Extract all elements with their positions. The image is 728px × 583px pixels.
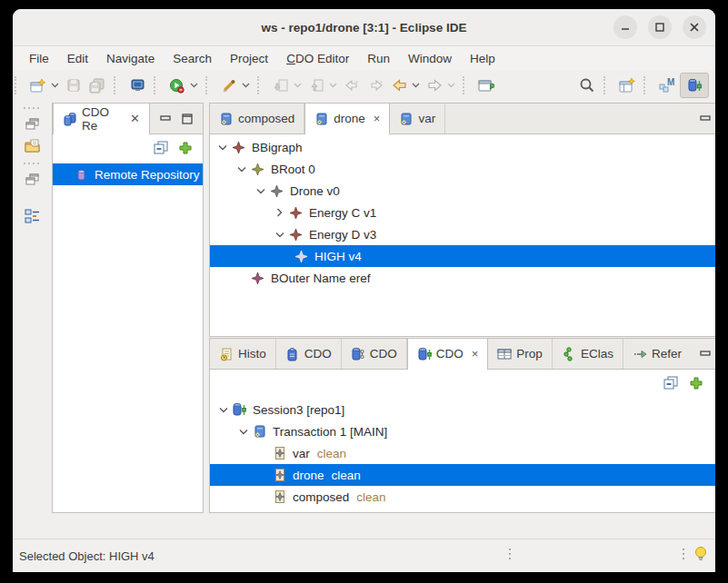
tree-item-session3[interactable]: Session3 [repo1] bbox=[210, 399, 715, 420]
minimize-view-button[interactable] bbox=[700, 348, 713, 361]
import-button[interactable] bbox=[270, 74, 292, 96]
open-perspective-button[interactable] bbox=[616, 74, 638, 96]
forward-button[interactable] bbox=[424, 74, 445, 96]
chevron-down-icon[interactable] bbox=[214, 407, 232, 413]
run-dropdown[interactable] bbox=[189, 74, 199, 96]
chevron-down-icon[interactable] bbox=[214, 144, 231, 151]
tree-item-remote-repository[interactable]: Remote Repository bbox=[53, 163, 203, 185]
project-folder-icon[interactable] bbox=[25, 139, 41, 153]
tree-item-composed[interactable]: composed clean bbox=[210, 486, 715, 508]
tab-properties[interactable]: Prop bbox=[488, 339, 553, 369]
next-edit-location-button[interactable] bbox=[364, 74, 386, 96]
run-button[interactable] bbox=[166, 74, 188, 96]
cdo-sessions-view-icon bbox=[417, 347, 432, 361]
cdo-sessions-perspective-button[interactable] bbox=[680, 73, 709, 98]
tab-history[interactable]: Histo bbox=[210, 339, 276, 369]
restore-view-icon[interactable] bbox=[25, 118, 40, 131]
minimize-view-button[interactable] bbox=[159, 113, 172, 125]
chevron-right-icon[interactable] bbox=[271, 208, 288, 217]
tab-cdo-branches-view[interactable]: CDO bbox=[342, 339, 407, 369]
tree-item-drone-v0[interactable]: Drone v0 bbox=[210, 180, 715, 202]
emf-object-icon bbox=[269, 183, 284, 198]
menu-edit[interactable]: Edit bbox=[58, 49, 97, 68]
tips-button[interactable] bbox=[693, 545, 708, 567]
tree-item-transaction1[interactable]: Transaction 1 [MAIN] bbox=[210, 420, 715, 442]
modeling-perspective-button[interactable]: M bbox=[656, 74, 678, 96]
tree-item-var[interactable]: var clean bbox=[210, 442, 715, 464]
menu-project[interactable]: Project bbox=[221, 49, 277, 68]
tab-eclass[interactable]: EClas bbox=[553, 339, 623, 369]
menu-bar: File Edit Navigate Search Project CDO Ed… bbox=[13, 46, 715, 70]
restore-view-icon[interactable] bbox=[25, 173, 40, 186]
chevron-down-icon[interactable] bbox=[252, 188, 269, 194]
tab-references[interactable]: Refer bbox=[623, 339, 691, 369]
menu-file[interactable]: File bbox=[20, 49, 58, 68]
tab-cdo-sessions-view[interactable]: CDO × bbox=[407, 339, 489, 370]
menu-window[interactable]: Window bbox=[399, 49, 461, 68]
tab-cdo-repositories-view[interactable]: CDO bbox=[276, 339, 342, 369]
save-button[interactable] bbox=[63, 74, 85, 96]
chevron-down-icon[interactable] bbox=[233, 166, 250, 173]
tree-item-bbigraph[interactable]: BBigraph bbox=[210, 136, 715, 158]
import-dropdown[interactable] bbox=[293, 74, 303, 96]
console-button[interactable] bbox=[126, 74, 148, 96]
outline-view-icon[interactable] bbox=[25, 209, 41, 224]
collapse-all-button[interactable] bbox=[663, 375, 680, 391]
drag-handle-icon[interactable] bbox=[23, 162, 43, 165]
export-dropdown[interactable] bbox=[328, 74, 338, 96]
save-all-button[interactable] bbox=[86, 74, 108, 96]
status-separator bbox=[509, 548, 511, 562]
maximize-view-button[interactable] bbox=[181, 113, 194, 125]
tree-item-bouter[interactable]: BOuter Name eref bbox=[210, 267, 715, 289]
tree-item-drone[interactable]: drone clean bbox=[210, 464, 715, 486]
tree-item-energy-d[interactable]: Energy D v3 bbox=[210, 223, 715, 245]
back-dropdown[interactable] bbox=[411, 74, 421, 96]
tree-item-energy-c[interactable]: Energy C v1 bbox=[210, 202, 715, 223]
launch-dropdown[interactable] bbox=[241, 74, 251, 96]
chevron-down-icon[interactable] bbox=[234, 429, 252, 435]
close-window-button[interactable] bbox=[683, 15, 706, 39]
menu-cdo-editor[interactable]: CDO Editor bbox=[277, 49, 358, 68]
minimize-editor-button[interactable] bbox=[700, 113, 713, 125]
tab-cdo-repositories[interactable]: CDO Re ✕ bbox=[53, 104, 150, 134]
forward-dropdown[interactable] bbox=[446, 74, 456, 96]
new-editor-window-button[interactable] bbox=[475, 74, 497, 96]
close-tab-icon[interactable]: × bbox=[374, 112, 381, 125]
menu-search[interactable]: Search bbox=[164, 49, 221, 68]
tab-drone[interactable]: drone × bbox=[304, 104, 390, 134]
export-button[interactable] bbox=[305, 74, 327, 96]
emf-object-icon bbox=[250, 162, 265, 176]
resource-state: clean bbox=[332, 469, 361, 482]
drag-handle-icon[interactable] bbox=[23, 106, 43, 110]
back-button[interactable] bbox=[388, 74, 410, 96]
cdo-resource-node-icon bbox=[272, 446, 287, 460]
maximize-window-button[interactable] bbox=[648, 15, 672, 39]
tab-var[interactable]: var bbox=[390, 104, 445, 133]
close-tab-icon[interactable]: × bbox=[472, 347, 479, 361]
new-wizard-button[interactable] bbox=[27, 74, 49, 96]
menu-help[interactable]: Help bbox=[461, 49, 504, 68]
tab-label: Prop bbox=[516, 347, 543, 361]
add-repository-button[interactable] bbox=[177, 140, 194, 156]
last-edit-location-button[interactable] bbox=[341, 74, 363, 96]
tree-item-high-v4[interactable]: HIGH v4 bbox=[210, 245, 715, 267]
collapse-all-button[interactable] bbox=[153, 140, 169, 156]
menu-run[interactable]: Run bbox=[358, 49, 399, 68]
chevron-down-icon bbox=[51, 83, 59, 88]
lightbulb-icon bbox=[693, 545, 708, 563]
launch-button[interactable] bbox=[218, 74, 240, 96]
new-wizard-dropdown[interactable] bbox=[50, 74, 60, 96]
cdo-resource-icon bbox=[219, 112, 234, 126]
workbench-area: CDO Re ✕ bbox=[13, 101, 715, 539]
menu-navigate[interactable]: Navigate bbox=[97, 49, 164, 68]
chevron-down-icon[interactable] bbox=[271, 232, 288, 238]
title-bar[interactable]: ws - repo1/drone [3:1] - Eclipse IDE bbox=[13, 9, 715, 46]
tree-item-broot[interactable]: BRoot 0 bbox=[210, 158, 715, 180]
search-icon bbox=[579, 77, 595, 94]
search-button[interactable] bbox=[576, 74, 598, 96]
minimize-window-button[interactable] bbox=[613, 15, 637, 39]
add-session-button[interactable] bbox=[688, 375, 704, 391]
tab-composed[interactable]: composed bbox=[210, 104, 304, 133]
close-tab-icon[interactable]: ✕ bbox=[130, 112, 140, 125]
new-window-pin-icon bbox=[478, 78, 494, 94]
